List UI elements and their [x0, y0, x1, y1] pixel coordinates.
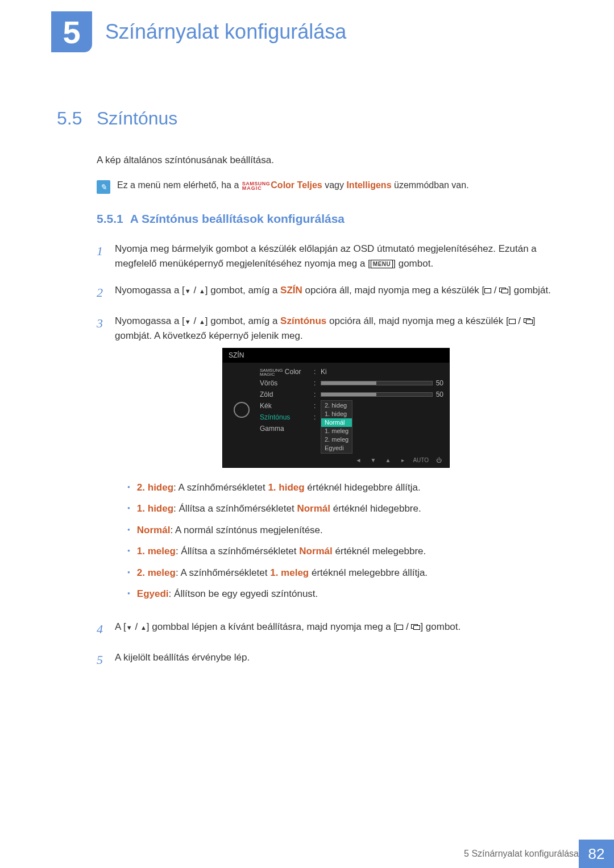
bullet-list: ●2. hideg: A színhőmérsékletet 1. hideg …	[127, 480, 557, 601]
bullet-egyedi: ●Egyedi: Állítson be egy egyedi színtónu…	[127, 587, 557, 601]
s4c: ] gombot.	[420, 621, 460, 632]
osd-cols: SAMSUNGMAGIC Color Vörös Zöld Kék Színtó…	[260, 366, 443, 454]
s1b: ] gombot.	[393, 258, 433, 269]
note-intelligens: Intelligens	[346, 180, 391, 190]
note-mid: vagy	[322, 180, 347, 190]
osd-label-magic: SAMSUNGMAGIC Color	[260, 366, 314, 377]
slider-bar	[321, 381, 433, 385]
b1-text: 2. hideg: A színhőmérsékletet 1. hideg é…	[137, 480, 421, 495]
rect-icon	[484, 288, 491, 293]
page-footer: 5 Színárnyalat konfigurálása 82	[0, 840, 614, 868]
up-arrow-icon	[199, 285, 205, 296]
osd-magic-color: Color	[283, 368, 301, 376]
step-num: 5	[97, 650, 107, 670]
section-title: Színtónus	[97, 108, 177, 128]
step-body: Nyomogassa a [ / ] gombot, amíg a Színtó…	[115, 314, 557, 608]
step-num: 2	[97, 283, 107, 302]
nav-left-icon: ◄	[354, 456, 363, 465]
nav-auto: AUTO	[413, 456, 429, 465]
magic-color-word: Color	[271, 180, 294, 190]
palette-icon	[234, 402, 250, 418]
osd-label-voros: Vörös	[260, 377, 314, 389]
osd-opt-2meleg: 2. meleg	[321, 435, 352, 444]
b1t1: : A színhőmérsékletet	[173, 482, 268, 493]
s3a: Nyomogassa a [	[115, 315, 185, 326]
note-post: üzemmódban van.	[392, 180, 469, 190]
s2c: opcióra áll, majd nyomja meg a készülék …	[302, 285, 484, 296]
s2-szin: SZÍN	[280, 285, 302, 296]
osd-label-zold: Zöld	[260, 389, 314, 400]
bullet-dot-icon: ●	[127, 484, 130, 495]
osd-opt-normal: Normál	[321, 418, 352, 427]
b4k: 1. meleg	[137, 546, 176, 556]
footer-page-number: 82	[579, 840, 614, 868]
osd-panel: SZÍN SAMSUNGMAGIC Color Vörös Zöld	[222, 348, 450, 467]
osd-opt-2hideg: 2. hideg	[321, 401, 352, 410]
bullet-dot-icon: ●	[127, 526, 130, 538]
osd-val-ki: Ki	[321, 366, 443, 377]
double-rect-icon	[411, 624, 420, 630]
note-pre: Ez a menü nem elérhető, ha a	[117, 180, 242, 190]
s4a: A [	[115, 621, 126, 632]
sm-bot: MAGIC	[242, 186, 271, 190]
note-row: ✎ Ez a menü nem elérhető, ha a SAMSUNGMA…	[97, 180, 557, 194]
up-arrow-icon	[199, 315, 205, 326]
b3k: Normál	[137, 525, 171, 535]
nav-power-icon: ⏻	[434, 456, 443, 465]
osd-nav-bar: ◄ ▼ ▲ ▸ AUTO ⏻	[223, 454, 449, 465]
down-arrow-icon	[126, 621, 132, 632]
s2d: ] gombját.	[508, 285, 551, 296]
down-arrow-icon	[185, 315, 191, 326]
s1a: Nyomja meg bármelyik gombot a készülék e…	[115, 243, 537, 269]
osd-val-zold: 50	[321, 389, 443, 400]
b4t2: értéknél melegebbre.	[333, 546, 426, 556]
footer-text: 5 Színárnyalat konfigurálása	[464, 849, 579, 859]
osd-label-szintonus: Színtónus	[260, 412, 314, 423]
section-heading: 5.5Színtónus	[57, 108, 557, 129]
step-body: Nyomogassa a [ / ] gombot, amíg a SZÍN o…	[115, 283, 557, 298]
down-arrow-icon	[185, 285, 191, 296]
s2b: ] gombot, amíg a	[205, 285, 280, 296]
osd-screenshot: SZÍN SAMSUNGMAGIC Color Vörös Zöld	[222, 348, 450, 467]
s2a: Nyomogassa a [	[115, 285, 185, 296]
b1k2: 1. hideg	[268, 482, 304, 493]
s3b: ] gombot, amíg a	[205, 315, 280, 326]
b5t1: : A színhőmérsékletet	[176, 567, 270, 578]
osd-v50a: 50	[436, 379, 443, 388]
section-content: 5.5Színtónus A kép általános színtónusán…	[57, 108, 557, 681]
bullet-dot-icon: ●	[127, 505, 130, 516]
osd-body: SAMSUNGMAGIC Color Vörös Zöld Kék Színtó…	[223, 366, 449, 454]
bullet-dot-icon: ●	[127, 547, 130, 559]
b3t1: : A normál színtónus megjelenítése.	[170, 525, 322, 535]
page: 5 Színárnyalat konfigurálása 5.5Színtónu…	[0, 0, 614, 868]
step-2: 2 Nyomogassa a [ / ] gombot, amíg a SZÍN…	[97, 283, 557, 302]
osd-v50b: 50	[436, 390, 443, 399]
step-body: A kijelölt beállítás érvénybe lép.	[115, 650, 557, 665]
osd-ki-text: Ki	[321, 367, 327, 376]
note-text: Ez a menü nem elérhető, ha a SAMSUNGMAGI…	[117, 180, 469, 190]
samsung-magic-logo: SAMSUNGMAGIC	[242, 181, 271, 190]
step-4: 4 A [ / ] gombbal lépjen a kívánt beállí…	[97, 620, 557, 639]
subsection-heading: 5.5.1A Színtónus beállítások konfigurálá…	[97, 212, 557, 226]
b2k: 1. hideg	[137, 503, 173, 514]
osd-colons: :::::	[314, 366, 321, 454]
bullet-dot-icon: ●	[127, 590, 130, 601]
step-3: 3 Nyomogassa a [ / ] gombot, amíg a Szín…	[97, 314, 557, 608]
subsection-title: A Színtónus beállítások konfigurálása	[130, 212, 345, 225]
osd-left	[229, 366, 254, 454]
osd-labels: SAMSUNGMAGIC Color Vörös Zöld Kék Színtó…	[260, 366, 314, 454]
b6-text: Egyedi: Állítson be egy egyedi színtónus…	[137, 587, 318, 601]
b1t2: értéknél hidegebbre állítja.	[305, 482, 421, 493]
s3-szintonus: Színtónus	[280, 315, 326, 326]
note-icon: ✎	[97, 180, 110, 194]
b3-text: Normál: A normál színtónus megjelenítése…	[137, 523, 323, 538]
b6k: Egyedi	[137, 588, 169, 599]
up-arrow-icon	[140, 621, 147, 632]
nav-down-icon: ▼	[368, 456, 377, 465]
b6t1: : Állítson be egy egyedi színtónust.	[169, 588, 318, 599]
b5k2: 1. meleg	[270, 567, 309, 578]
osd-opt-1hideg: 1. hideg	[321, 410, 352, 418]
s4b: ] gombbal lépjen a kívánt beállításra, m…	[147, 621, 396, 632]
step-num: 4	[97, 620, 107, 639]
step-5: 5 A kijelölt beállítás érvénybe lép.	[97, 650, 557, 670]
